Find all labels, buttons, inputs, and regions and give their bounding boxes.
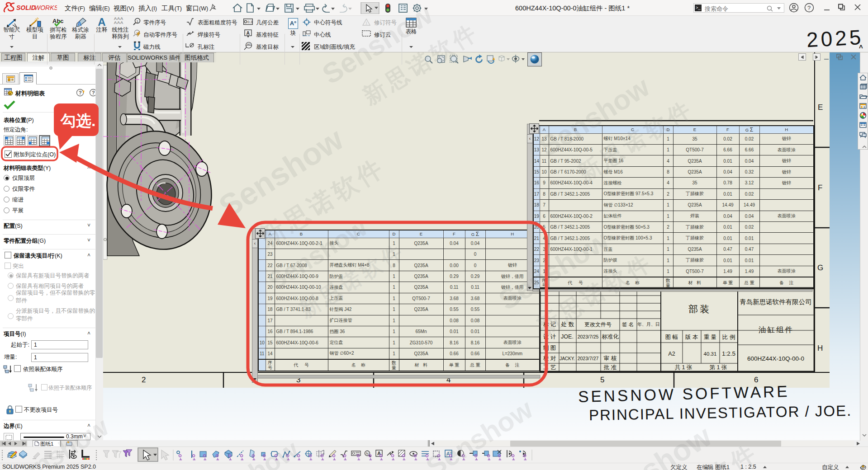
- svg-text:2023/7/25: 2023/7/25: [578, 334, 599, 339]
- svg-text:?: ?: [79, 90, 82, 95]
- svg-text:比 例: 比 例: [722, 334, 735, 340]
- svg-text:共 1 张: 共 1 张: [675, 364, 693, 371]
- svg-text:H: H: [817, 344, 823, 352]
- svg-text:签 名: 签 名: [622, 322, 634, 327]
- svg-text:重 量: 重 量: [704, 334, 716, 340]
- svg-text:1: 1: [365, 21, 368, 25]
- svg-text:审 核: 审 核: [604, 355, 617, 362]
- svg-text:F: F: [818, 183, 822, 192]
- svg-text:A: A: [77, 20, 82, 27]
- svg-text:2023/7/27: 2023/7/27: [578, 356, 599, 361]
- svg-text:标准化: 标准化: [602, 334, 619, 340]
- svg-text:校 对: 校 对: [543, 355, 556, 362]
- svg-text:SOLID: SOLID: [16, 4, 36, 11]
- svg-text:A: A: [247, 30, 250, 36]
- svg-text:JOE.: JOE.: [561, 334, 574, 340]
- svg-text:E: E: [818, 103, 823, 112]
- svg-text:A: A: [377, 451, 381, 456]
- svg-text:2: 2: [142, 376, 146, 384]
- svg-text:5: 5: [600, 376, 604, 384]
- svg-text:N: N: [366, 451, 369, 456]
- svg-text:600HZ44X-10Q-00-0: 600HZ44X-10Q-00-0: [747, 355, 804, 362]
- svg-text:青岛新思诺软件有限公司: 青岛新思诺软件有限公司: [740, 298, 812, 306]
- svg-text:制 图: 制 图: [543, 345, 556, 351]
- svg-text:40.31: 40.31: [704, 351, 717, 357]
- svg-text:更改文件号: 更改文件号: [584, 321, 612, 328]
- svg-text:年、月、日: 年、月、日: [637, 322, 660, 327]
- svg-text:WORKS: WORKS: [34, 4, 57, 11]
- svg-text:A2: A2: [668, 351, 675, 357]
- svg-text:第 1 张: 第 1 张: [710, 364, 727, 371]
- svg-text:0.3: 0.3: [247, 20, 253, 24]
- svg-text:G: G: [817, 263, 823, 272]
- svg-text:1:2.5: 1:2.5: [722, 350, 735, 357]
- svg-text:1: 1: [137, 19, 139, 24]
- svg-text:批 准: 批 准: [603, 364, 617, 371]
- svg-text:?: ?: [807, 5, 811, 11]
- svg-text:油缸组件: 油缸组件: [759, 325, 794, 334]
- svg-text:部装: 部装: [688, 304, 711, 314]
- svg-text:工 艺: 工 艺: [543, 364, 556, 371]
- svg-text:A1: A1: [247, 43, 251, 46]
- svg-text:图 幅: 图 幅: [665, 334, 678, 340]
- svg-text:版 本: 版 本: [685, 334, 698, 340]
- svg-text:JACKY.: JACKY.: [560, 356, 575, 361]
- svg-text:?: ?: [92, 90, 95, 95]
